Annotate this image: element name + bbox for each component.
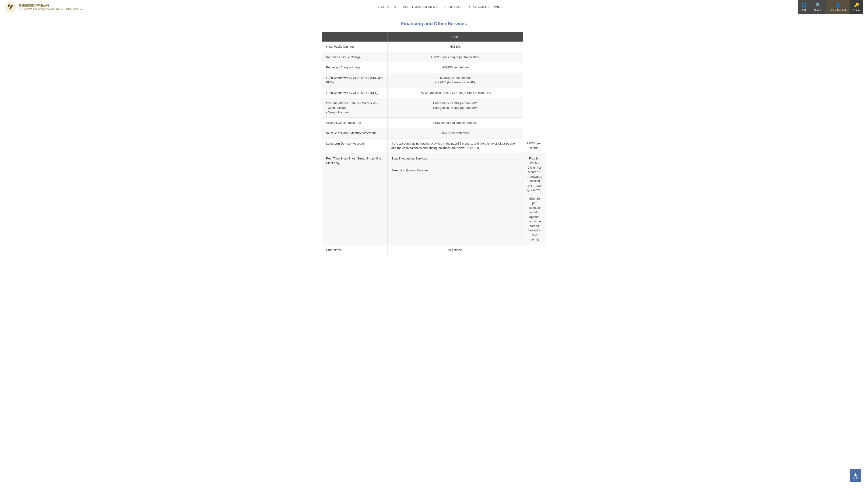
page-title: Financing and Other Services — [322, 21, 546, 26]
service-cell: Retrieving Cheque Image — [322, 62, 388, 73]
logo-cn-text: 帝國國際證券有限公司 — [19, 4, 84, 8]
language-label: EN — [802, 9, 806, 11]
open-account-label: Open Account — [830, 9, 846, 11]
service-cell: Initial Public Offering — [322, 41, 388, 52]
nav-customer-services[interactable]: CUSTOMER SERVICES — [469, 5, 505, 9]
fee-cell: HK$100 — [388, 41, 523, 52]
fee-cell: Negotiable — [388, 245, 523, 255]
service-cell: Reissue of Daily / Monthly Statement — [322, 128, 388, 139]
user-icon: 👤 — [835, 3, 840, 8]
globe-icon: 🌐 — [802, 3, 807, 8]
table-header-row: Fee — [322, 32, 546, 42]
table-row: Other items Negotiable — [322, 245, 546, 255]
realtime-fee-cell: Free for First 500 Clicks Per Month ***(… — [523, 153, 546, 245]
login-button[interactable]: 🔑 Login — [849, 0, 863, 14]
table-row: Long-term Dormant Account If the account… — [322, 138, 546, 153]
logo[interactable]: 🦅 帝國國際證券有限公司 IMPERIUM INTERNATIONAL SECU… — [5, 1, 84, 13]
nav-securities[interactable]: SECURITIES — [377, 5, 396, 9]
site-header: 🦅 帝國國際證券有限公司 IMPERIUM INTERNATIONAL SECU… — [0, 0, 868, 14]
service-cell: Account Confirmation Fee — [322, 117, 388, 128]
fee-cell: HK$200 per cheque per transaction — [388, 52, 523, 62]
service-cell: Other items — [322, 245, 388, 255]
fee-cell: HK$250 per cheque — [388, 62, 523, 73]
svg-text:🦅: 🦅 — [7, 4, 14, 10]
key-icon: 🔑 — [854, 3, 859, 8]
table-row: Reissue of Daily / Monthly Statement HK$… — [322, 128, 546, 139]
realtime-row: Real Time Snap-Shot / Streaming (online … — [322, 153, 546, 245]
service-cell: Fund withdrawal by CHATS / TT (HKD and R… — [322, 73, 388, 88]
nav-about-iisl[interactable]: ABOUT IISL — [444, 5, 462, 9]
table-row: Overdue Interest Rate (All Currencies)- … — [322, 98, 546, 118]
fee-table: Fee Initial Public Offering HK$100 Retur… — [322, 32, 546, 255]
service-cell: Long-term Dormant Account — [322, 138, 388, 153]
realtime-sub-service-cell: SnapShot quotes Services Streaming Quote… — [388, 153, 523, 245]
fee-cell: Charged as P+13% per annum**Charged as P… — [388, 98, 523, 118]
col-service-header — [322, 32, 388, 42]
table-row: Returned Cheque Charge HK$200 per cheque… — [322, 52, 546, 62]
login-label: Login — [853, 9, 860, 11]
open-account-button[interactable]: 👤 Open Account — [826, 0, 849, 14]
col-fee-header: Fee — [388, 32, 523, 42]
main-nav: SECURITIES ASSET MANAGEMENT ABOUT IISL C… — [377, 5, 505, 9]
table-row: Fund withdrawal by CHATS / TT (USD) USD2… — [322, 88, 546, 98]
fee-cell: HK$50 per statement — [388, 128, 523, 139]
table-row: Fund withdrawal by CHATS / TT (HKD and R… — [322, 73, 546, 88]
logo-en-text: IMPERIUM INTERNATIONAL SECURITIES LIMITE… — [19, 7, 84, 10]
search-button[interactable]: 🔍 Search — [810, 0, 826, 14]
main-content: Financing and Other Services Fee Initial… — [317, 21, 551, 255]
fee-cell: USD20 (to local Bank) / USD60 (to Bank o… — [388, 88, 523, 98]
fee-cell: HK$50 per month — [523, 138, 546, 153]
nav-actions: 🌐 EN 🔍 Search 👤 Open Account 🔑 Login — [798, 0, 863, 14]
search-label: Search — [814, 9, 822, 11]
nav-asset-management[interactable]: ASSET MANAGEMENT — [403, 5, 437, 9]
table-row: Retrieving Cheque Image HK$250 per chequ… — [322, 62, 546, 73]
logo-icon: 🦅 — [5, 1, 16, 13]
condition-cell: If the account has no trading activities… — [388, 138, 523, 153]
table-row: Initial Public Offering HK$100 — [322, 41, 546, 52]
search-icon: 🔍 — [816, 3, 821, 8]
realtime-service-cell: Real Time Snap-Shot / Streaming (online … — [322, 153, 388, 245]
service-cell: Overdue Interest Rate (All Currencies)- … — [322, 98, 388, 118]
service-cell: Fund withdrawal by CHATS / TT (USD) — [322, 88, 388, 98]
table-row: Account Confirmation Fee HK$100 per conf… — [322, 117, 546, 128]
language-button[interactable]: 🌐 EN — [798, 0, 810, 14]
service-cell: Returned Cheque Charge — [322, 52, 388, 62]
fee-cell: HK$100 per confirmation request — [388, 117, 523, 128]
fee-cell: HK$150 (to local Bank) /HK$450 (to Bank … — [388, 73, 523, 88]
